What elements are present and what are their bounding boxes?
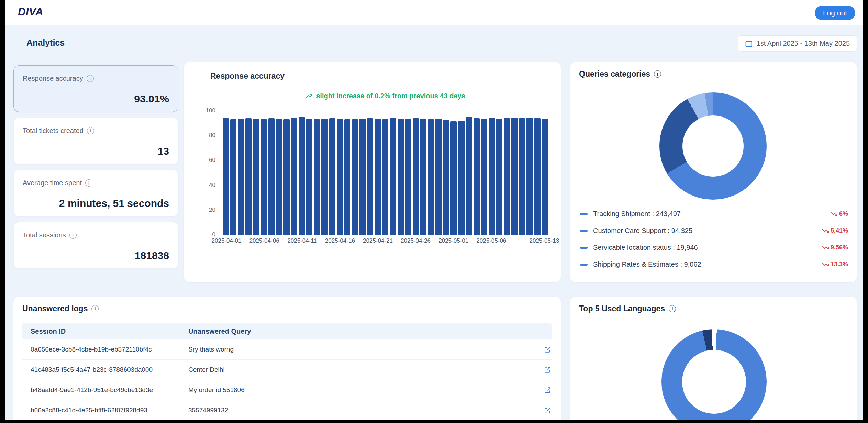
bar [291, 118, 297, 235]
x-tick-label: 2025-04-11 [287, 237, 317, 244]
bars [223, 111, 548, 235]
top-header [5, 0, 863, 25]
stat-label: Response accuracyi [23, 75, 169, 82]
open-log-button[interactable] [544, 366, 552, 374]
info-icon[interactable]: i [87, 127, 94, 134]
logs-title-text: Unanswered logs [22, 304, 88, 313]
top-languages-card: Top 5 Used Languages i [570, 297, 857, 423]
bar [413, 118, 419, 235]
bar [511, 118, 518, 235]
logs-table-body: 0a656ece-3cb8-4cbe-b19b-eb572110bf4cSry … [22, 339, 552, 421]
bar [428, 119, 434, 235]
calendar-icon [745, 40, 753, 47]
stat-value: 93.01% [134, 93, 169, 105]
response-accuracy-card: Response accuracy slight increase of 0.2… [184, 62, 561, 282]
bar [299, 117, 305, 235]
x-tick-label: 2025-05-06 [476, 237, 506, 244]
bar [405, 119, 411, 235]
table-row: 41c483a5-f5c5-4a47-b23c-8788603da000Cent… [22, 360, 552, 380]
bar [283, 119, 290, 235]
stat-card-2[interactable]: Average time spenti2 minutes, 51 seconds [13, 170, 178, 216]
query-cell: Sry thats worng [188, 346, 537, 353]
table-row: 0a656ece-3cb8-4cbe-b19b-eb572110bf4cSry … [22, 339, 552, 360]
date-range-label: 1st April 2025 - 13th May 2025 [757, 40, 850, 47]
external-link-icon [544, 387, 551, 394]
date-range-picker[interactable]: 1st April 2025 - 13th May 2025 [738, 35, 857, 52]
stat-card-1[interactable]: Total tickets createdi13 [13, 118, 178, 164]
x-axis: 2025-04-012025-04-062025-04-112025-04-16… [223, 237, 548, 246]
bar [253, 119, 259, 235]
stat-card-3[interactable]: Total sessionsi181838 [13, 222, 178, 269]
table-row: b66a2c88-c41d-4e25-bff8-62f07f928d933557… [22, 400, 552, 421]
bar [261, 119, 267, 235]
y-axis: 020406080100 [184, 111, 219, 235]
session-id-cell: b66a2c88-c41d-4e25-bff8-62f07f928d93 [31, 407, 188, 414]
bar [519, 118, 525, 235]
open-log-button[interactable] [544, 387, 552, 394]
bar [450, 121, 457, 235]
bar [474, 118, 480, 235]
bar [375, 119, 381, 235]
legend-label: Customer Care Support : 94,325 [593, 227, 692, 235]
x-tick-label: 2025-05-13 [530, 237, 559, 244]
letterbox-right [863, 0, 868, 423]
info-icon[interactable]: i [85, 179, 92, 187]
info-icon[interactable]: i [91, 305, 99, 312]
x-tick-label: 2025-05-01 [438, 237, 468, 244]
bar [344, 119, 350, 235]
bar [496, 119, 502, 235]
column-header-session-id: Session ID [31, 327, 188, 335]
bar [314, 119, 320, 235]
info-icon[interactable]: i [654, 70, 661, 78]
page-title: Analytics [26, 38, 65, 48]
legend-trend: 5.41% [822, 227, 848, 234]
bar [382, 119, 388, 235]
info-icon[interactable]: i [69, 232, 77, 239]
session-id-cell: 41c483a5-f5c5-4a47-b23c-8788603da000 [31, 366, 188, 374]
trend-annotation-text: slight increase of 0.2% from previous 43… [316, 92, 465, 100]
legend-trend: 6% [831, 210, 848, 218]
legend-swatch [580, 264, 588, 266]
open-log-button[interactable] [544, 346, 552, 353]
bar [245, 118, 252, 235]
legend-trend: 13.3% [822, 261, 848, 268]
x-tick-label: 2025-04-16 [325, 237, 355, 244]
stat-card-0[interactable]: Response accuracyi93.01% [13, 65, 178, 112]
legend-swatch [580, 247, 588, 249]
legend-label: Shipping Rates & Estimates : 9,062 [593, 260, 701, 268]
queries-card-title: Queries categories i [579, 69, 661, 79]
legend-label: Servicable location status : 19,946 [593, 244, 698, 252]
languages-title-text: Top 5 Used Languages [579, 304, 665, 313]
stat-label: Average time spenti [23, 179, 169, 187]
info-icon[interactable]: i [87, 75, 94, 82]
bar [489, 118, 495, 235]
trend-value: 5.41% [831, 227, 848, 234]
bar [443, 120, 449, 235]
query-cell: My order id 551806 [188, 386, 537, 394]
bar [352, 119, 358, 235]
bar [306, 119, 312, 235]
column-header-unanswered-query: Unanswered Query [188, 327, 543, 335]
open-log-button[interactable] [544, 407, 552, 414]
y-tick-label: 40 [184, 182, 219, 189]
y-tick-label: 20 [184, 207, 219, 213]
info-icon[interactable]: i [669, 305, 676, 312]
legend-swatch [580, 213, 588, 215]
external-link-icon [544, 407, 551, 414]
bar [390, 118, 396, 235]
trend-value: 13.3% [831, 261, 848, 268]
queries-title-text: Queries categories [579, 69, 650, 79]
logout-button[interactable]: Log out [815, 6, 855, 20]
bar [542, 119, 548, 235]
query-cell: 35574999132 [188, 407, 537, 414]
bar [337, 119, 343, 235]
bar [435, 119, 442, 235]
bar [230, 119, 236, 235]
bar-chart-plot [223, 111, 548, 235]
x-tick-label: 2025-04-26 [401, 237, 431, 244]
stat-label: Total tickets createdi [23, 127, 169, 135]
legend-item: Customer Care Support : 94,3255.41% [580, 222, 848, 239]
y-tick-label: 60 [184, 157, 219, 164]
bar [398, 119, 404, 235]
trend-down-icon [822, 245, 830, 250]
